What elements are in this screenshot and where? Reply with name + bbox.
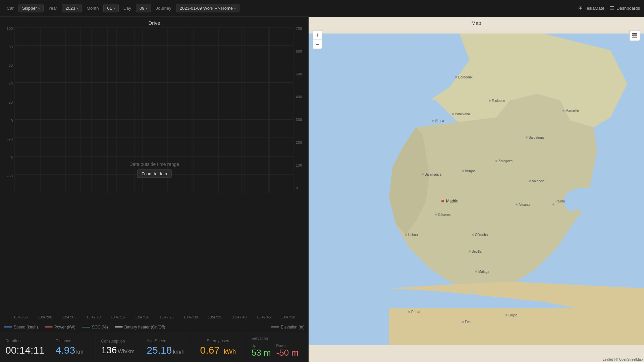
- svg-text:Palma: Palma: [555, 199, 565, 203]
- teslamate-link[interactable]: ⊞ TeslaMate: [578, 5, 604, 11]
- svg-text:60: 60: [9, 63, 13, 67]
- chart-message-text: Data outside time range: [129, 162, 179, 167]
- x-label-10: 13:47:45: [257, 315, 271, 319]
- car-label: Car: [4, 4, 16, 12]
- svg-text:Rabat: Rabat: [411, 310, 420, 314]
- up-value: 53 m: [252, 348, 271, 358]
- elevation-cell: Elevation Up 53 m Down -50 m: [246, 332, 309, 362]
- svg-text:Málaga: Málaga: [478, 270, 489, 274]
- svg-text:-20: -20: [7, 137, 13, 141]
- energy-cell: Energy used 0.67 kWh: [190, 332, 246, 362]
- svg-point-53: [422, 173, 424, 175]
- soc-line-icon: [82, 327, 90, 327]
- x-label-6: 13:47:25: [159, 315, 174, 319]
- legend-soc: SOC (%): [82, 325, 108, 329]
- right-panel: Map Madrid Lisboa Salama: [309, 17, 644, 362]
- consumption-cell: Consumption 136Wh/km: [96, 332, 142, 362]
- car-chevron-icon: ▾: [38, 6, 40, 10]
- dashboards-link[interactable]: ☰ Dashboards: [610, 5, 640, 11]
- chart-container: Drive 100 80 60 40 20: [0, 17, 309, 322]
- zoom-out-button[interactable]: −: [313, 40, 322, 49]
- svg-point-75: [432, 120, 434, 122]
- chart-title: Drive: [0, 17, 309, 27]
- avg-speed-value: 25.18km/h: [147, 345, 184, 356]
- svg-point-61: [529, 180, 531, 182]
- svg-text:Bordeaux: Bordeaux: [458, 75, 473, 79]
- svg-text:400: 400: [296, 95, 302, 99]
- month-value: 01: [107, 6, 112, 11]
- legend-elevation-label: Elevation (m): [281, 325, 305, 329]
- x-label-0: 13:46:55: [13, 315, 28, 319]
- svg-text:Salamanca: Salamanca: [425, 173, 441, 176]
- svg-point-55: [462, 170, 464, 172]
- distance-value: 4.93km: [56, 345, 90, 356]
- svg-point-83: [562, 110, 565, 112]
- layers-icon: [632, 33, 638, 39]
- chart-message: Data outside time range Zoom to data: [129, 162, 179, 178]
- svg-point-91: [408, 311, 410, 313]
- svg-rect-94: [632, 33, 637, 35]
- year-value: 2023: [65, 6, 75, 11]
- avg-speed-label: Avg Speed: [147, 339, 184, 343]
- month-label: Month: [84, 4, 101, 12]
- month-selector[interactable]: 01 ▾: [103, 4, 118, 12]
- svg-rect-95: [632, 35, 637, 36]
- svg-text:100: 100: [7, 27, 13, 31]
- distance-label: Distance: [56, 339, 90, 343]
- year-label: Year: [46, 4, 60, 12]
- left-panel: Drive 100 80 60 40 20: [0, 17, 309, 362]
- consumption-label: Consumption: [101, 339, 136, 344]
- svg-point-85: [552, 203, 554, 205]
- elevation-up: Up 53 m: [252, 344, 271, 358]
- zoom-to-data-button[interactable]: Zoom to data: [137, 170, 172, 178]
- svg-point-59: [526, 136, 528, 138]
- legend-soc-label: SOC (%): [92, 325, 108, 329]
- duration-value: 00:14:11: [5, 345, 45, 356]
- svg-point-45: [584, 216, 617, 240]
- elevation-down: Down -50 m: [276, 344, 299, 358]
- svg-text:Marseille: Marseille: [566, 109, 579, 113]
- elevation-title: Elevation: [252, 336, 303, 341]
- svg-text:Oujda: Oujda: [508, 313, 518, 317]
- map-svg: Madrid Lisboa Salamanca Burgos Zaragoza …: [309, 17, 644, 362]
- topbar: Car Skipper ▾ Year 2023 ▾ Month 01 ▾ Day…: [0, 0, 644, 17]
- x-label-9: 13:47:40: [232, 315, 247, 319]
- day-selector[interactable]: 09 ▾: [136, 4, 151, 12]
- svg-point-74: [572, 209, 582, 216]
- consumption-value: 136Wh/km: [101, 345, 136, 356]
- speed-line-icon: [4, 326, 12, 327]
- svg-text:Fes: Fes: [465, 320, 471, 324]
- teslamate-label: TeslaMate: [585, 6, 604, 11]
- journey-label: Journey: [153, 4, 174, 12]
- svg-text:Toulouse: Toulouse: [492, 99, 505, 103]
- down-label: Down: [276, 344, 299, 348]
- day-label: Day: [121, 4, 134, 12]
- svg-text:Madrid: Madrid: [446, 199, 459, 203]
- svg-point-44: [564, 188, 604, 215]
- svg-text:300: 300: [296, 118, 302, 122]
- car-selector[interactable]: Skipper ▾: [18, 4, 44, 12]
- dashboards-label: Dashboards: [616, 6, 640, 11]
- year-selector[interactable]: 2023 ▾: [62, 4, 82, 12]
- zoom-in-button[interactable]: +: [313, 30, 322, 40]
- x-label-7: 13:47:30: [183, 315, 198, 319]
- svg-point-79: [489, 100, 491, 102]
- svg-text:500: 500: [296, 72, 302, 76]
- day-chevron-icon: ▾: [146, 6, 147, 10]
- chart-inner: 100 80 60 40 20 0 -20 -40 -60 700 600 50…: [0, 27, 309, 312]
- energy-value: 0.67: [200, 345, 223, 356]
- journey-selector[interactable]: 2023-01-09 Work --> Home ▾: [176, 4, 239, 12]
- svg-point-69: [435, 214, 437, 216]
- battery-heater-line-icon: [115, 326, 123, 327]
- map-layer-button[interactable]: [629, 30, 640, 41]
- journey-value: 2023-01-09 Work --> Home: [180, 6, 233, 11]
- day-value: 09: [140, 6, 144, 11]
- svg-text:700: 700: [296, 27, 302, 31]
- distance-cell: Distance 4.93km: [50, 332, 96, 362]
- svg-text:600: 600: [296, 49, 302, 53]
- svg-text:20: 20: [9, 100, 13, 104]
- svg-text:Sevilla: Sevilla: [472, 250, 482, 253]
- teslamate-grid-icon: ⊞: [578, 5, 583, 11]
- svg-text:200: 200: [296, 140, 302, 144]
- svg-text:0: 0: [296, 186, 298, 190]
